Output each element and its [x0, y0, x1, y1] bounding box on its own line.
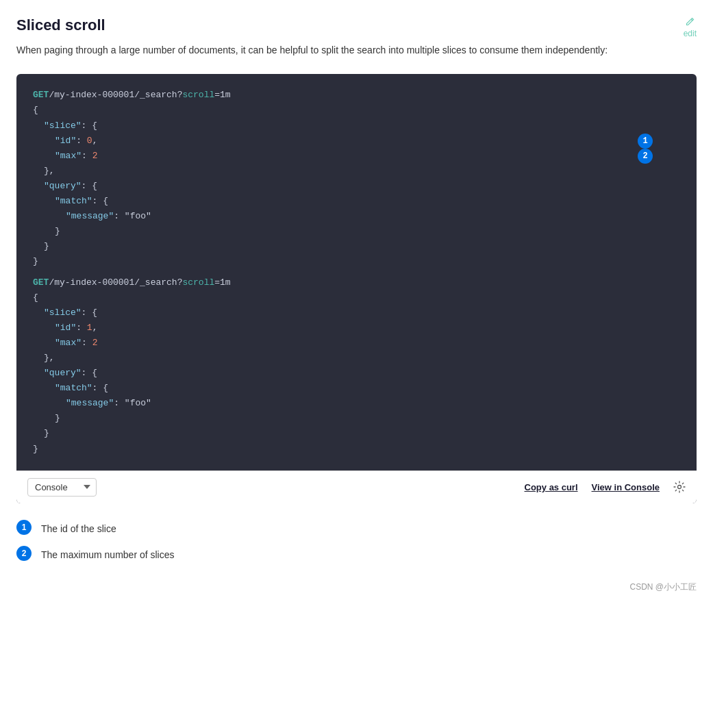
view-console-button[interactable]: View in Console	[592, 482, 660, 492]
code-block-1: GET /my-index-000001/_search?scroll=1m {…	[16, 74, 697, 470]
code-line: {	[33, 103, 680, 118]
code-line: "query": {	[33, 366, 680, 381]
code-line: "max": 2	[33, 336, 680, 351]
copy-curl-button[interactable]: Copy as curl	[525, 482, 578, 492]
annotation-badge-item-1: 1	[16, 520, 32, 535]
code-line: },	[33, 351, 680, 366]
toolbar-actions: Copy as curl View in Console	[525, 481, 686, 493]
code-line: "match": {	[33, 381, 680, 396]
edit-link[interactable]: edit	[684, 16, 697, 38]
gear-icon	[673, 481, 686, 493]
page-title: Sliced scroll	[16, 16, 697, 34]
code-line: {	[33, 290, 680, 305]
scroll-val-1: =1m	[214, 88, 230, 103]
page-description: When paging through a large number of do…	[16, 42, 697, 58]
code-line: }	[33, 224, 680, 239]
http-method-2: GET	[33, 275, 49, 290]
annotation-badge-1: 1	[638, 134, 653, 149]
code-line: }	[33, 239, 680, 254]
annotation-badge-2: 2	[638, 149, 653, 164]
code-line: GET /my-index-000001/_search?scroll=1m	[33, 275, 680, 290]
code-line: "slice": {	[33, 118, 680, 134]
code-line: "id": 1,	[33, 321, 680, 336]
scroll-val-2: =1m	[214, 275, 230, 290]
code-line: },	[33, 164, 680, 179]
annotation-item-2: 2 The maximum number of slices	[16, 546, 697, 562]
annotation-text-1: The id of the slice	[41, 520, 116, 536]
code-line: GET /my-index-000001/_search?scroll=1m	[33, 88, 680, 103]
code-line: "match": {	[33, 194, 680, 209]
annotation-badge-item-2: 2	[16, 546, 32, 561]
code-line-max-1: "max": 2 2	[33, 149, 680, 164]
language-select[interactable]: Console Python Ruby Go JavaScript	[27, 478, 97, 497]
edit-label: edit	[684, 29, 697, 38]
console-select-wrapper: Console Python Ruby Go JavaScript	[27, 478, 97, 497]
annotation-item-1: 1 The id of the slice	[16, 520, 697, 536]
code-panel: GET /my-index-000001/_search?scroll=1m {…	[16, 74, 697, 503]
annotations-list: 1 The id of the slice 2 The maximum numb…	[16, 520, 697, 562]
annotation-text-2: The maximum number of slices	[41, 546, 175, 562]
settings-button[interactable]	[673, 481, 686, 493]
scroll-key-2: scroll	[182, 275, 214, 290]
code-path-1: /my-index-000001/_search?	[49, 88, 182, 103]
toolbar: Console Python Ruby Go JavaScript Copy a…	[16, 470, 697, 503]
code-line: }	[33, 426, 680, 441]
code-line: }	[33, 411, 680, 426]
code-line: "message": "foo"	[33, 396, 680, 411]
edit-icon	[684, 16, 695, 27]
scroll-key-1: scroll	[182, 88, 214, 103]
code-line-id-1: "id": 0, 1	[33, 134, 680, 149]
code-line: }	[33, 442, 680, 457]
code-line: "message": "foo"	[33, 209, 680, 224]
http-method-1: GET	[33, 88, 49, 103]
code-path-2: /my-index-000001/_search?	[49, 275, 182, 290]
code-line: "slice": {	[33, 305, 680, 321]
svg-point-0	[678, 486, 681, 489]
code-line: "query": {	[33, 179, 680, 194]
watermark: CSDN @小小工匠	[16, 581, 697, 593]
code-line: }	[33, 254, 680, 269]
